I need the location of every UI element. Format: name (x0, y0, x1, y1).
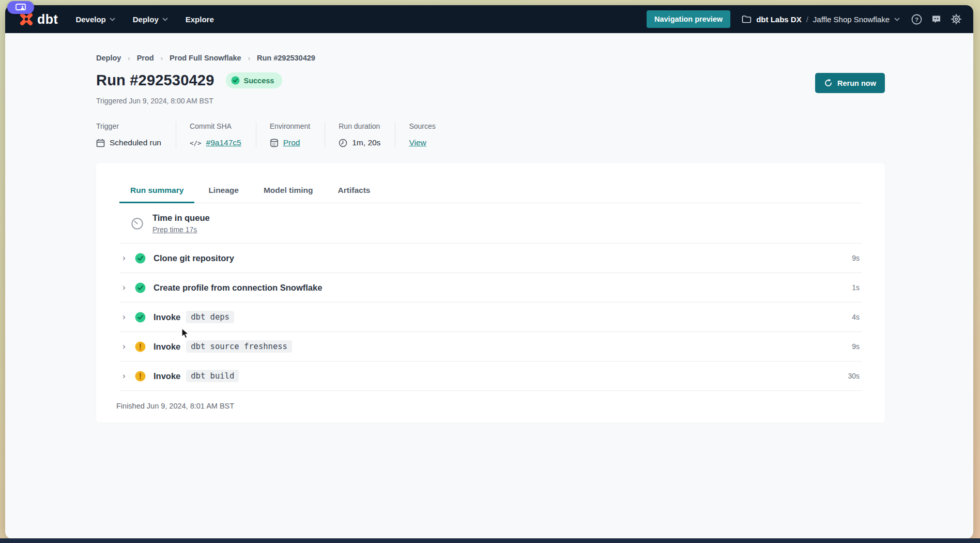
tab-bar: Run summary Lineage Model timing Artifac… (119, 163, 862, 203)
run-step-row[interactable]: › Invoke dbt deps 4s (119, 303, 862, 332)
screen-share-icon (16, 4, 26, 11)
meta-label: Commit SHA (190, 122, 241, 130)
folder-icon (742, 15, 752, 23)
breadcrumb-job[interactable]: Prod Full Snowflake (170, 54, 241, 62)
tab-model-timing[interactable]: Model timing (253, 180, 324, 203)
status-badge-label: Success (244, 77, 274, 85)
finished-timestamp: Finished Jun 9, 2024, 8:01 AM BST (116, 402, 862, 410)
chevron-right-icon[interactable]: › (119, 371, 131, 381)
rerun-icon (824, 79, 833, 87)
tab-run-summary[interactable]: Run summary (119, 180, 194, 203)
chevron-down-icon (894, 18, 900, 21)
calendar-icon (96, 139, 105, 147)
rerun-now-label: Rerun now (837, 79, 876, 87)
run-step-row[interactable]: › Clone git repository 9s (119, 244, 862, 273)
timer-icon (131, 217, 144, 230)
chevron-right-icon[interactable]: › (119, 312, 131, 322)
run-meta-row: Trigger Scheduled run Commit SHA </> #9a… (96, 122, 885, 147)
breadcrumb-deploy[interactable]: Deploy (96, 54, 121, 62)
top-navbar: dbt Develop Deploy Explore Navigation pr… (5, 5, 973, 33)
step-label: Invoke (154, 342, 180, 352)
chevron-down-icon (110, 18, 115, 21)
breadcrumb-separator: › (161, 54, 163, 62)
chevron-right-icon[interactable]: › (119, 341, 131, 352)
meta-sources: Sources View (409, 122, 450, 147)
chevron-down-icon (162, 18, 168, 21)
tab-artifacts[interactable]: Artifacts (327, 180, 381, 203)
run-step-row[interactable]: › Invoke dbt build 30s (119, 361, 862, 391)
menu-deploy[interactable]: Deploy (133, 15, 168, 24)
check-circle-icon (231, 76, 240, 85)
step-duration: 1s (852, 283, 862, 292)
step-label: Invoke (154, 312, 180, 322)
feedback-icon[interactable] (931, 14, 942, 25)
sources-view-link[interactable]: View (409, 138, 426, 147)
menu-label: Deploy (133, 15, 159, 24)
rerun-now-button[interactable]: Rerun now (815, 73, 885, 93)
step-duration: 9s (852, 254, 862, 262)
breadcrumb-run: Run #292530429 (257, 54, 315, 62)
success-check-icon (135, 312, 146, 323)
gear-icon[interactable] (951, 13, 962, 25)
main-menu: Develop Deploy Explore (75, 15, 213, 24)
run-steps-list: › Clone git repository 9s › (119, 244, 862, 391)
warning-icon (135, 341, 146, 352)
menu-label: Explore (186, 15, 214, 24)
svg-text:?: ? (915, 17, 918, 23)
triggered-timestamp: Triggered Jun 9, 2024, 8:00 AM BST (96, 97, 885, 105)
brand-name: dbt (37, 12, 58, 27)
navigation-preview-button[interactable]: Navigation preview (647, 10, 730, 28)
step-label: Invoke (154, 371, 180, 381)
run-summary-card: Run summary Lineage Model timing Artifac… (96, 163, 885, 423)
menu-develop[interactable]: Develop (75, 15, 115, 24)
success-check-icon (135, 253, 146, 264)
time-in-queue-title: Time in queue (152, 213, 210, 223)
tab-lineage[interactable]: Lineage (197, 180, 250, 203)
time-in-queue-row: Time in queue Prep time 17s (119, 203, 862, 244)
prep-time-link[interactable]: Prep time 17s (152, 225, 197, 234)
run-step-row[interactable]: › Create profile from connection Snowfla… (119, 273, 862, 303)
screen-share-indicator[interactable] (7, 1, 34, 14)
commit-sha-link[interactable]: #9a147c5 (206, 138, 241, 147)
clock-icon (339, 139, 347, 147)
breadcrumb-separator: › (248, 54, 250, 62)
meta-label: Run duration (339, 122, 380, 130)
help-icon[interactable]: ? (911, 14, 922, 25)
breadcrumb: Deploy › Prod › Prod Full Snowflake › Ru… (96, 54, 885, 62)
code-icon: </> (190, 139, 202, 147)
account-name[interactable]: dbt Labs DX (756, 15, 802, 24)
step-duration: 9s (852, 342, 862, 351)
breadcrumb-separator: › (128, 54, 130, 62)
chevron-right-icon[interactable]: › (119, 253, 131, 263)
meta-run-duration: Run duration 1m, 20s (339, 122, 395, 147)
step-command: dbt build (186, 370, 239, 382)
meta-label: Sources (409, 122, 435, 130)
meta-label: Environment (270, 122, 311, 130)
status-badge: Success (226, 72, 283, 88)
step-duration: 4s (852, 313, 862, 321)
menu-explore[interactable]: Explore (186, 15, 214, 24)
account-project-switcher[interactable]: dbt Labs DX / Jaffle Shop Snowflake (742, 15, 900, 24)
database-icon (270, 139, 279, 147)
step-label: Clone git repository (154, 253, 234, 263)
warning-icon (135, 371, 146, 382)
run-step-row[interactable]: › Invoke dbt source freshness 9s (119, 332, 862, 361)
background-window-edge (0, 538, 980, 543)
trigger-value: Scheduled run (110, 138, 161, 147)
step-command: dbt deps (186, 311, 234, 323)
menu-label: Develop (75, 15, 105, 24)
chevron-right-icon[interactable]: › (119, 282, 131, 293)
meta-trigger: Trigger Scheduled run (96, 122, 176, 147)
meta-commit-sha: Commit SHA </> #9a147c5 (190, 122, 256, 147)
path-separator: / (806, 15, 808, 24)
project-name[interactable]: Jaffle Shop Snowflake (813, 15, 890, 24)
environment-link[interactable]: Prod (283, 138, 300, 147)
success-check-icon (135, 282, 146, 293)
run-duration-value: 1m, 20s (352, 138, 380, 147)
app-window: dbt Develop Deploy Explore Navigation pr… (5, 5, 973, 539)
step-duration: 30s (848, 372, 862, 380)
step-label: Create profile from connection Snowflake (154, 283, 322, 293)
breadcrumb-prod[interactable]: Prod (137, 54, 154, 62)
meta-environment: Environment Prod (270, 122, 326, 147)
page-title: Run #292530429 (96, 72, 215, 89)
